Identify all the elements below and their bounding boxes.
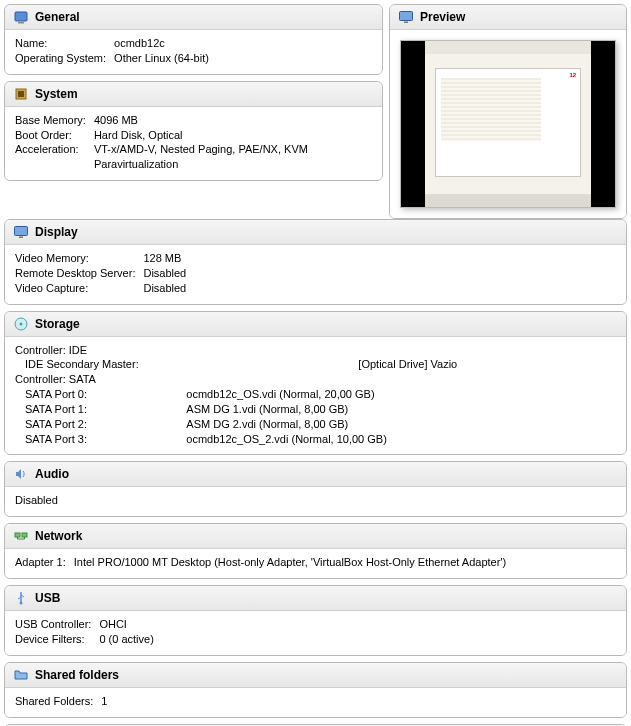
vmem-label: Video Memory: [15,251,143,266]
folder-icon [13,667,29,683]
sata1-value: ASM DG 1.vdi (Normal, 8,00 GB) [186,402,616,417]
name-label: Name: [15,36,114,51]
svg-point-12 [20,602,23,605]
audio-header[interactable]: Audio [5,462,626,487]
svg-rect-10 [15,533,20,537]
sata3-label: SATA Port 3: [15,432,186,447]
sata1-label: SATA Port 1: [15,402,186,417]
preview-panel: Preview 12 [389,4,627,219]
adapter-label: Adapter 1: [15,555,74,570]
general-title: General [35,10,80,24]
audio-panel: Audio Disabled [4,461,627,517]
disk-icon [13,316,29,332]
svg-rect-3 [18,91,24,97]
usb-header[interactable]: USB [5,586,626,611]
rds-value: Disabled [143,266,186,281]
usb-panel: USB USB Controller:OHCI Device Filters:0… [4,585,627,656]
usb-filters-value: 0 (0 active) [99,632,153,647]
shared-label: Shared Folders: [15,694,101,709]
svg-rect-6 [15,227,28,236]
ide-sm-value: [Optical Drive] Vazio [358,357,616,372]
display-title: Display [35,225,78,239]
vcap-value: Disabled [143,281,186,296]
svg-rect-0 [15,12,27,21]
sata2-value: ASM DG 2.vdi (Normal, 8,00 GB) [186,417,616,432]
sata0-label: SATA Port 0: [15,387,186,402]
display-icon [13,224,29,240]
system-panel: System Base Memory:4096 MB Boot Order:Ha… [4,81,383,181]
monitor-icon [398,9,414,25]
accel-value-2: Paravirtualization [94,157,308,172]
accel-value-1: VT-x/AMD-V, Nested Paging, PAE/NX, KVM [94,142,308,157]
general-icon [13,9,29,25]
svg-point-9 [20,322,23,325]
os-value: Other Linux (64-bit) [114,51,209,66]
preview-title: Preview [420,10,465,24]
shared-value: 1 [101,694,107,709]
vcap-label: Video Capture: [15,281,143,296]
network-header[interactable]: Network [5,524,626,549]
basemem-label: Base Memory: [15,113,94,128]
accel-label: Acceleration: [15,142,94,157]
name-value: ocmdb12c [114,36,209,51]
preview-badge: 12 [567,71,578,79]
audio-title: Audio [35,467,69,481]
general-panel: General Name:ocmdb12c Operating System:O… [4,4,383,75]
system-title: System [35,87,78,101]
sata0-value: ocmdb12c_OS.vdi (Normal, 20,00 GB) [186,387,616,402]
usb-icon [13,590,29,606]
storage-header[interactable]: Storage [5,312,626,337]
display-panel: Display Video Memory:128 MB Remote Deskt… [4,219,627,305]
display-header[interactable]: Display [5,220,626,245]
usb-ctrl-label: USB Controller: [15,617,99,632]
preview-thumbnail[interactable]: 12 [400,40,616,208]
network-title: Network [35,529,82,543]
os-label: Operating System: [15,51,114,66]
svg-rect-5 [404,22,408,24]
controller-sata: Controller: SATA [15,372,616,387]
shared-folders-panel: Shared folders Shared Folders:1 [4,662,627,718]
rds-label: Remote Desktop Server: [15,266,143,281]
usb-filters-label: Device Filters: [15,632,99,647]
shared-folders-header[interactable]: Shared folders [5,663,626,688]
preview-header[interactable]: Preview [390,5,626,30]
network-icon [13,528,29,544]
shared-folders-title: Shared folders [35,668,119,682]
basemem-value: 4096 MB [94,113,308,128]
usb-ctrl-value: OHCI [99,617,153,632]
sata3-value: ocmdb12c_OS_2.vdi (Normal, 10,00 GB) [186,432,616,447]
svg-rect-4 [400,12,413,21]
controller-ide: Controller: IDE [15,343,616,358]
sata2-label: SATA Port 2: [15,417,186,432]
storage-panel: Storage Controller: IDE IDE Secondary Ma… [4,311,627,456]
svg-rect-11 [22,533,27,537]
general-header[interactable]: General [5,5,382,30]
chip-icon [13,86,29,102]
audio-status: Disabled [15,493,616,508]
speaker-icon [13,466,29,482]
boot-label: Boot Order: [15,128,94,143]
adapter-value: Intel PRO/1000 MT Desktop (Host-only Ada… [74,555,506,570]
system-header[interactable]: System [5,82,382,107]
network-panel: Network Adapter 1:Intel PRO/1000 MT Desk… [4,523,627,579]
svg-rect-1 [18,22,24,24]
vmem-value: 128 MB [143,251,186,266]
svg-rect-7 [19,237,23,239]
usb-title: USB [35,591,60,605]
boot-value: Hard Disk, Optical [94,128,308,143]
ide-sm-label: IDE Secondary Master: [15,357,358,372]
storage-title: Storage [35,317,80,331]
